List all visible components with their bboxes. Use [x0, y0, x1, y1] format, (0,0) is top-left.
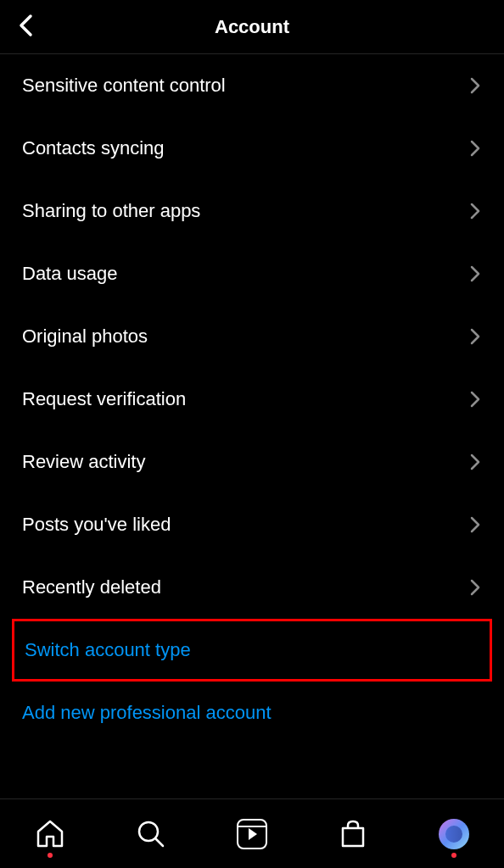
- chevron-right-icon: [468, 201, 482, 221]
- posts-youve-liked-item[interactable]: Posts you've liked: [0, 493, 504, 556]
- notification-dot: [451, 853, 456, 858]
- reels-icon: [237, 819, 267, 849]
- original-photos-item[interactable]: Original photos: [0, 305, 504, 368]
- settings-item-label: Data usage: [22, 263, 118, 285]
- chevron-right-icon: [468, 75, 482, 96]
- page-title: Account: [215, 16, 289, 38]
- notification-dot: [48, 853, 53, 858]
- back-button[interactable]: [17, 13, 36, 42]
- action-item-label: Switch account type: [25, 639, 191, 660]
- profile-icon: [439, 819, 469, 849]
- home-icon: [35, 819, 65, 849]
- review-activity-item[interactable]: Review activity: [0, 431, 504, 493]
- recently-deleted-item[interactable]: Recently deleted: [0, 556, 504, 619]
- home-nav-item[interactable]: [35, 819, 65, 849]
- search-icon: [136, 819, 166, 849]
- settings-item-label: Posts you've liked: [22, 514, 171, 536]
- request-verification-item[interactable]: Request verification: [0, 368, 504, 431]
- chevron-right-icon: [468, 264, 482, 284]
- settings-item-label: Recently deleted: [22, 576, 161, 598]
- switch-account-type-item[interactable]: Switch account type: [12, 619, 492, 682]
- settings-item-label: Original photos: [22, 326, 148, 348]
- shop-icon: [338, 819, 368, 849]
- add-professional-account-item[interactable]: Add new professional account: [0, 682, 504, 744]
- chevron-right-icon: [468, 326, 482, 347]
- action-item-label: Add new professional account: [22, 702, 272, 723]
- reels-nav-item[interactable]: [237, 819, 267, 849]
- sharing-to-other-apps-item[interactable]: Sharing to other apps: [0, 180, 504, 242]
- header: Account: [0, 0, 504, 54]
- profile-nav-item[interactable]: [439, 819, 469, 849]
- settings-item-label: Request verification: [22, 388, 186, 410]
- data-usage-item[interactable]: Data usage: [0, 242, 504, 305]
- bottom-navigation: [0, 798, 504, 868]
- chevron-right-icon: [468, 577, 482, 598]
- chevron-right-icon: [468, 138, 482, 159]
- chevron-right-icon: [468, 389, 482, 409]
- chevron-right-icon: [468, 515, 482, 535]
- settings-item-label: Sharing to other apps: [22, 200, 200, 222]
- settings-item-label: Sensitive content control: [22, 75, 226, 97]
- chevron-right-icon: [468, 452, 482, 472]
- settings-item-label: Review activity: [22, 451, 145, 473]
- search-nav-item[interactable]: [136, 819, 166, 849]
- chevron-left-icon: [17, 13, 36, 38]
- settings-list: Sensitive content control Contacts synci…: [0, 54, 504, 744]
- svg-point-0: [139, 822, 158, 841]
- shop-nav-item[interactable]: [338, 819, 368, 849]
- settings-item-label: Contacts syncing: [22, 137, 165, 159]
- contacts-syncing-item[interactable]: Contacts syncing: [0, 117, 504, 180]
- sensitive-content-control-item[interactable]: Sensitive content control: [0, 54, 504, 117]
